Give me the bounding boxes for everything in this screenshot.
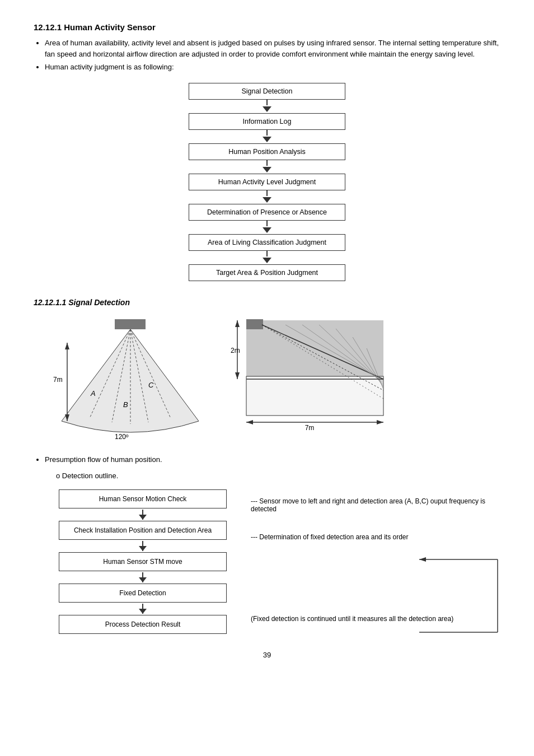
flow-line-3: [266, 190, 268, 196]
feedback-arr-top: [419, 557, 426, 562]
height-label: 7m: [53, 376, 63, 384]
main-flowchart: Signal Detection Information Log Human P…: [34, 83, 500, 281]
signal-detection-diagrams: A B C 7m 120º: [50, 315, 500, 445]
section-bullets: Area of human availability, activity lev…: [45, 38, 500, 73]
flow-box-4: Determination of Presence or Absence: [189, 204, 345, 221]
feedback-arrow-svg: [419, 554, 509, 643]
flow-box-6: Target Area & Position Judgment: [189, 264, 345, 281]
det-box-4: Process Detection Result: [59, 615, 227, 634]
2m-label: 2m: [231, 347, 240, 354]
flow-box-3: Human Activity Level Judgment: [189, 174, 345, 190]
side-diagram-container: 2m 7m: [229, 315, 386, 434]
note-0: --- Sensor move to left and right and de…: [251, 497, 500, 513]
fan-diagram-container: A B C 7m 120º: [50, 315, 213, 445]
floor-area: [246, 376, 383, 416]
det-box-3: Fixed Detection: [59, 584, 227, 603]
bullet-1: Area of human availability, activity lev…: [45, 38, 500, 59]
det-box-0: Human Sensor Motion Check: [59, 489, 227, 508]
note-text-1: Determination of fixed detection area an…: [259, 533, 408, 541]
arr-left-side: [246, 420, 253, 424]
section-title: 12.12.1 Human Activity Sensor: [34, 22, 500, 32]
presumption-bullets: Presumption flow of human position.: [45, 454, 500, 465]
det-box-1: Check Installation Position and Detectio…: [59, 521, 227, 540]
det-arrow-2: [142, 572, 143, 582]
flow-arrow-4: [263, 227, 271, 233]
flow-line-0: [266, 100, 268, 105]
presumption-bullet-1: Presumption flow of human position.: [45, 454, 500, 465]
detection-flow-right: --- Sensor move to left and right and de…: [251, 489, 500, 624]
main-flowchart-inner: Signal Detection Information Log Human P…: [177, 83, 357, 281]
subsection-title: 12.12.1.1 Signal Detection: [34, 298, 500, 307]
page-number: 39: [34, 651, 500, 659]
side-diagram-svg: 2m 7m: [229, 315, 386, 432]
flow-arrow-0: [263, 106, 271, 112]
flow-line-5: [266, 251, 268, 256]
flow-arrow-1: [263, 137, 271, 142]
flow-box-0: Signal Detection: [189, 83, 345, 100]
zone-a-label: A: [90, 389, 96, 398]
detection-flowchart: Human Sensor Motion Check Check Installa…: [45, 489, 500, 634]
detection-sub-1: Detection outline.: [56, 470, 500, 482]
angle-label: 120º: [115, 433, 129, 441]
note-dash-1: ---: [251, 533, 259, 541]
note-text-0: Sensor move to left and right and detect…: [251, 497, 485, 513]
det-arrow-3: [142, 604, 143, 614]
flow-box-2: Human Position Analysis: [189, 143, 345, 160]
note-dash-0: ---: [251, 497, 259, 505]
arrow-up: [65, 343, 69, 349]
detection-flow-left: Human Sensor Motion Check Check Installa…: [45, 489, 241, 634]
detection-sub-list: Detection outline.: [56, 470, 500, 482]
flow-line-4: [266, 221, 268, 226]
arr-right-side: [377, 420, 383, 424]
flow-box-5: Area of Living Classification Judgment: [189, 234, 345, 251]
arr-up-side: [235, 320, 240, 327]
flow-line-1: [266, 130, 268, 136]
zone-b-label: B: [123, 400, 128, 409]
flow-line-2: [266, 160, 268, 166]
flow-box-1: Information Log: [189, 113, 345, 130]
det-arrow-1: [142, 541, 143, 551]
fan-diagram-svg: A B C 7m 120º: [50, 315, 213, 444]
det-arrow-0: [142, 510, 143, 520]
arr-dn-side: [235, 372, 240, 379]
zone-c-label: C: [148, 381, 154, 389]
sensor-box: [115, 319, 146, 329]
flow-arrow-2: [263, 167, 271, 172]
sensor-box-side: [246, 319, 263, 329]
det-box-2: Human Sensor STM move: [59, 552, 227, 571]
7m-label-side: 7m: [305, 424, 315, 432]
bullet-2: Human activity judgment is as following:: [45, 62, 500, 73]
note-1: --- Determination of fixed detection are…: [251, 533, 500, 541]
flow-arrow-3: [263, 197, 271, 203]
flow-arrow-5: [263, 258, 271, 263]
